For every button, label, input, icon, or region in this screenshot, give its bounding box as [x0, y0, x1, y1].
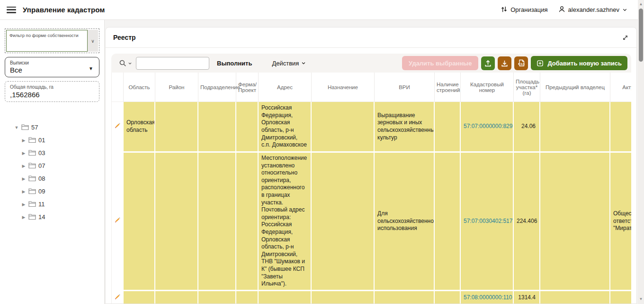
- tree-collapsed-icon[interactable]: ▶: [21, 189, 26, 194]
- scrollbar-thumb[interactable]: [639, 9, 643, 62]
- add-record-button[interactable]: Добавить новую запись: [531, 56, 627, 70]
- page-scrollbar[interactable]: ▲ ▼: [638, 0, 644, 304]
- tree-collapsed-icon[interactable]: ▶: [21, 176, 26, 181]
- col-adres[interactable]: Адрес: [259, 73, 312, 102]
- edit-pencil-icon[interactable]: [114, 217, 121, 226]
- tree-node-08[interactable]: ▶ 08: [14, 172, 99, 185]
- tree-node-14[interactable]: ▶ 14: [14, 211, 99, 223]
- actions-menu-button[interactable]: Действия: [272, 60, 306, 67]
- cell-naznachenie: [312, 102, 375, 153]
- sidebar: Фильтр по форме собственности ∨ Выписки …: [0, 20, 105, 304]
- expand-icon[interactable]: [622, 34, 629, 41]
- table-header-row: Область Район Подразделение Ферма/ Проек…: [112, 73, 631, 102]
- cell-stroeniya: [435, 102, 461, 153]
- chevron-down-icon: [128, 61, 132, 65]
- folder-icon: [28, 137, 36, 143]
- menu-icon[interactable]: [7, 7, 16, 13]
- cadastral-number-link[interactable]: 57:07:0030402:517: [461, 153, 514, 291]
- tree-node-11[interactable]: ▶ 11: [14, 198, 99, 211]
- col-oblast[interactable]: Область: [124, 73, 155, 102]
- cadastral-number-link[interactable]: 57:07:0000000:829: [461, 102, 514, 153]
- export-xls-button[interactable]: XLS: [514, 56, 528, 70]
- user-menu[interactable]: alexander.sazhnev: [555, 6, 631, 14]
- tree-node-09[interactable]: ▶ 09: [14, 185, 99, 198]
- cell-cur-owner: [610, 291, 631, 304]
- tree-expanded-icon[interactable]: ▼: [14, 125, 19, 130]
- col-podrazdelenie[interactable]: Подразделение: [198, 73, 236, 102]
- cell-ploshchad: 24.06: [514, 102, 540, 153]
- tree-node-label: 57: [31, 124, 38, 131]
- edit-pencil-icon[interactable]: [114, 294, 121, 303]
- table-row[interactable]: Местоположение установлено относительно …: [112, 153, 631, 291]
- cell-cur-owner: Общество с ограниченной ответственностью…: [610, 153, 631, 291]
- cell-podrazdelenie: [198, 102, 236, 153]
- tree-collapsed-icon[interactable]: ▶: [21, 138, 26, 143]
- chevron-down-icon[interactable]: ∨: [88, 30, 98, 52]
- edit-cell: [112, 291, 124, 304]
- col-prev-owner[interactable]: Предыдущий владелец: [540, 73, 610, 102]
- cell-naznachenie: [312, 291, 375, 304]
- tree-node-label: 08: [38, 175, 45, 182]
- user-name: alexander.sazhnev: [568, 6, 619, 13]
- edit-cell: [112, 153, 124, 291]
- vypiski-label: Выписки: [10, 60, 94, 65]
- tree-collapsed-icon[interactable]: ▶: [21, 164, 26, 168]
- tree-collapsed-icon[interactable]: ▶: [21, 202, 26, 207]
- actions-label: Действия: [272, 60, 299, 67]
- edit-pencil-icon[interactable]: [114, 122, 121, 131]
- search-input[interactable]: [136, 57, 209, 70]
- scroll-up-icon[interactable]: ▲: [638, 2, 644, 6]
- organization-switcher[interactable]: Организация: [497, 6, 551, 14]
- tree-node-07[interactable]: ▶ 07: [14, 159, 99, 172]
- chevron-down-icon: [301, 61, 306, 65]
- top-app-bar: Управление кадастром Организация alexand…: [0, 0, 638, 20]
- col-vri[interactable]: ВРИ: [375, 73, 435, 102]
- tree-collapsed-icon[interactable]: ▶: [21, 215, 26, 220]
- table-row[interactable]: Орловская область Российская Федерация, …: [112, 102, 631, 153]
- scroll-down-icon[interactable]: ▼: [638, 297, 644, 301]
- tree-node-57[interactable]: ▼ 57: [14, 121, 99, 134]
- folder-icon: [28, 214, 36, 220]
- col-edit: [112, 73, 124, 102]
- cell-ploshchad: 224.406: [514, 153, 540, 291]
- cell-stroeniya: [435, 153, 461, 291]
- cell-prev-owner: [540, 153, 610, 291]
- cell-podrazdelenie: [198, 291, 236, 304]
- region-tree: ▼ 57 ▶ 01 ▶ 03 ▶ 07 ▶ 08 ▶ 09: [5, 121, 99, 223]
- col-raion[interactable]: Район: [155, 73, 198, 102]
- tree-node-label: 07: [38, 162, 45, 169]
- col-kadastr[interactable]: Кадастровый номер: [461, 73, 514, 102]
- col-stroeniya[interactable]: Наличие строений: [435, 73, 461, 102]
- cell-naznachenie: [312, 153, 375, 291]
- ownership-filter-select[interactable]: Фильтр по форме собственности ∨: [5, 28, 99, 53]
- cell-oblast: [124, 291, 155, 304]
- xls-file-icon: XLS: [517, 59, 526, 67]
- vypiski-select[interactable]: Выписки Все ▼: [5, 57, 99, 77]
- cell-adres: Местоположение установлено относительно …: [259, 153, 312, 291]
- tree-node-01[interactable]: ▶ 01: [14, 134, 99, 147]
- col-ferma[interactable]: Ферма/ Проект: [236, 73, 259, 102]
- download-icon: [501, 59, 509, 67]
- cell-raion: [155, 102, 198, 153]
- tree-node-label: 11: [38, 201, 45, 208]
- cell-adres: Российская Федерация, Орловская область,…: [259, 102, 312, 153]
- download-button[interactable]: [498, 56, 511, 70]
- cell-ferma: [236, 153, 259, 291]
- delete-selected-button[interactable]: Удалить выбранные: [402, 56, 478, 70]
- col-ploshchad[interactable]: Площадь участка* (га): [514, 73, 540, 102]
- tree-node-label: 14: [38, 213, 45, 221]
- cadastral-number-link[interactable]: 57:08:0000000:110: [461, 291, 514, 304]
- tree-node-label: 03: [38, 149, 45, 157]
- execute-button[interactable]: Выполнить: [217, 60, 252, 67]
- col-cur-owner[interactable]: Актуальный владелец: [610, 73, 631, 102]
- search-icon[interactable]: [115, 59, 136, 67]
- tree-collapsed-icon[interactable]: ▶: [21, 151, 26, 156]
- cell-ferma: [236, 291, 259, 304]
- table-row[interactable]: 57:08:0000000:110 1314.4: [112, 291, 631, 304]
- upload-button[interactable]: [481, 56, 495, 70]
- cell-vri: Выращивание зерновых и иных сельскохозяй…: [375, 102, 435, 153]
- organization-label: Организация: [510, 6, 547, 13]
- col-naznachenie[interactable]: Назначение: [312, 73, 375, 102]
- tree-node-03[interactable]: ▶ 03: [14, 147, 99, 159]
- vypiski-value: Все: [10, 66, 94, 74]
